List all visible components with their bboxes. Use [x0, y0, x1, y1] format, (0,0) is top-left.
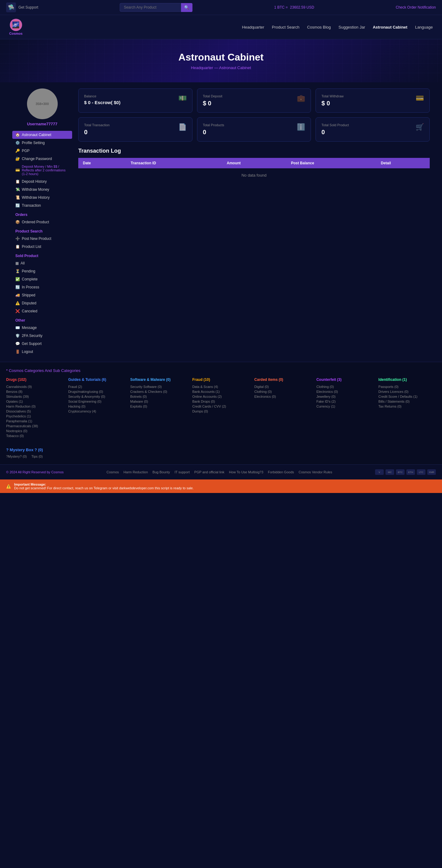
sidebar-item-in-process[interactable]: 🔄 In Process	[12, 283, 72, 291]
list-item[interactable]: Crackers & Checkers (0)	[130, 389, 188, 394]
list-item[interactable]: Hacking (0)	[68, 404, 126, 409]
list-item[interactable]: Nootropics (0)	[6, 429, 64, 433]
list-item[interactable]: Dissociatives (5)	[6, 409, 64, 414]
list-item[interactable]: Fraud (2)	[68, 384, 126, 389]
sidebar-item-message[interactable]: ✉️ Message	[12, 324, 72, 332]
sidebar-item-ordered-product[interactable]: 📦 Ordered Product	[12, 218, 72, 226]
search-button[interactable]: 🔍	[181, 3, 193, 12]
message-icon: ✉️	[15, 326, 20, 330]
banner-label: Important Message:	[14, 483, 194, 486]
nav-suggestion-jar[interactable]: Suggestion Jar	[339, 25, 365, 30]
list-item[interactable]: Malware (0)	[130, 399, 188, 404]
sidebar-item-pending[interactable]: ⏳ Pending	[12, 267, 72, 275]
mystery-item-1[interactable]: Tips (0)	[31, 455, 43, 458]
sidebar-label-get-support: Get Support	[22, 342, 42, 346]
sidebar-item-disputed[interactable]: ⚠️ Disputed	[12, 299, 72, 307]
list-item[interactable]: Passports (0)	[378, 384, 436, 389]
sidebar-item-2fa-security[interactable]: 🛡️ 2FA Security	[12, 332, 72, 340]
list-item[interactable]: Digital (0)	[254, 384, 312, 389]
list-item[interactable]: Bills / Statements (0)	[378, 399, 436, 404]
list-item[interactable]: Pharmaceuticals (38)	[6, 424, 64, 429]
list-item[interactable]: Psychedelics (1)	[6, 414, 64, 418]
footer-link-1[interactable]: Harm Reduction	[124, 470, 148, 474]
list-item[interactable]: Opiates (1)	[6, 399, 64, 404]
list-item[interactable]: Dumps (0)	[192, 409, 249, 414]
search-bar: 🔍	[120, 3, 193, 12]
nav-astronaut-cabinet[interactable]: Astronaut Cabinet	[373, 25, 407, 30]
footer-link-6[interactable]: Forbidden Goods	[268, 470, 294, 474]
list-item[interactable]: Cryptocurrency (4)	[68, 409, 126, 414]
sidebar-item-change-password[interactable]: 🔐 Change Password	[12, 155, 72, 163]
nav-cosmos-blog[interactable]: Cosmos Blog	[307, 25, 331, 30]
sidebar-item-profile-setting[interactable]: ⚙️ Profile Setting	[12, 139, 72, 147]
footer-link-4[interactable]: PGP and official link	[194, 470, 225, 474]
notification-link[interactable]: Check Order Notification	[396, 5, 436, 9]
list-item[interactable]: Jewellery (0)	[316, 394, 374, 399]
list-item[interactable]: Security Software (0)	[130, 384, 188, 389]
list-item[interactable]: Drivers Licences (0)	[378, 389, 436, 394]
sidebar-item-astronaut-cabinet[interactable]: 🏠 Astronaut Cabinet	[12, 131, 72, 139]
footer-link-2[interactable]: Bug Bounty	[152, 470, 170, 474]
search-input[interactable]	[120, 3, 181, 12]
footer-link-5[interactable]: How To Use Multisig?3	[229, 470, 263, 474]
list-item[interactable]: Tax Returns (0)	[378, 404, 436, 409]
categories-grid: Drugs (102) Cannabinoids (9) Benzos (8) …	[6, 377, 436, 438]
sidebar-item-withdraw-money[interactable]: 💸 Withdraw Money	[12, 186, 72, 193]
sidebar-item-post-new-product[interactable]: ➕ Post New Product	[12, 235, 72, 243]
footer-link-7[interactable]: Cosmos Vendor Rules	[299, 470, 332, 474]
stat-total-withdraw: Total Withdraw $ 0 💳	[315, 89, 430, 113]
list-item[interactable]: Stimulants (39)	[6, 394, 64, 399]
list-item[interactable]: Electronics (0)	[254, 394, 312, 399]
list-item[interactable]: Bank Drops (0)	[192, 399, 249, 404]
list-item[interactable]: Exploits (0)	[130, 404, 188, 409]
list-item[interactable]: Data & Scans (4)	[192, 384, 249, 389]
sidebar-item-withdraw-history[interactable]: 📜 Withdraw History	[12, 193, 72, 202]
list-item[interactable]: Clothing (0)	[254, 389, 312, 394]
list-item[interactable]: Harm Reduction (0)	[6, 404, 64, 409]
sidebar-item-canceled[interactable]: ❌ Canceled	[12, 307, 72, 315]
list-item[interactable]: Credit Cards / CVV (2)	[192, 404, 249, 409]
list-item[interactable]: Social Engineering (0)	[68, 399, 126, 404]
table-empty-row: No data found	[78, 168, 430, 182]
sidebar-item-deposit-history[interactable]: 📋 Deposit History	[12, 178, 72, 186]
sidebar-item-shipped[interactable]: 🚚 Shipped	[12, 291, 72, 299]
list-item[interactable]: Bank Accounts (1)	[192, 389, 249, 394]
list-item[interactable]: Benzos (8)	[6, 389, 64, 394]
sidebar-item-transaction[interactable]: 🔄 Transaction	[12, 202, 72, 210]
nav-product-search[interactable]: Product Search	[272, 25, 300, 30]
list-item[interactable]: Botnets (0)	[130, 394, 188, 399]
list-item[interactable]: Credit Score / Defaults (1)	[378, 394, 436, 399]
list-item[interactable]: Online Accounts (2)	[192, 394, 249, 399]
sidebar-item-complete[interactable]: ✅ Complete	[12, 275, 72, 283]
sidebar-item-pgp[interactable]: 🔑 PGP	[12, 147, 72, 155]
support-label[interactable]: Get Support	[19, 5, 38, 9]
list-item[interactable]: Tobacco (0)	[6, 433, 64, 438]
sidebar-item-deposit[interactable]: 💳 Deposit Money / Min $$ / Reflects afte…	[12, 163, 72, 178]
sidebar-item-get-support[interactable]: 💬 Get Support	[12, 340, 72, 348]
list-item[interactable]: Drugs/making/using (0)	[68, 389, 126, 394]
sidebar-label-product-list: Product List	[22, 245, 41, 249]
list-item[interactable]: Currency (1)	[316, 404, 374, 409]
list-item[interactable]: Cannabinoids (9)	[6, 384, 64, 389]
sidebar-item-all[interactable]: ▦ All	[12, 259, 72, 267]
sidebar-label-2fa-security: 2FA Security	[22, 334, 42, 338]
dashboard: Balance $ 0 - Escrow( $0) 💵 Total Deposi…	[78, 89, 430, 356]
nav-language[interactable]: Language	[415, 25, 433, 30]
list-item[interactable]: Fake ID's (2)	[316, 399, 374, 404]
list-item[interactable]: Electronics (0)	[316, 389, 374, 394]
sidebar-label-complete: Complete	[22, 277, 37, 281]
footer-link-3[interactable]: IT support	[175, 470, 190, 474]
cat-guides-title: Guides & Tutorials (6)	[68, 377, 126, 382]
nav-headquarter[interactable]: Headquarter	[242, 25, 264, 30]
transaction-icon: 🔄	[15, 203, 20, 208]
list-item[interactable]: Security & Anonymity (0)	[68, 394, 126, 399]
payment-logo-5: XMR	[427, 469, 436, 475]
main-nav: 🌌 Cosmos Headquarter Product Search Cosm…	[0, 15, 442, 39]
mystery-item-0[interactable]: ?Mystery? (0)	[6, 455, 27, 458]
sidebar-item-logout[interactable]: 🚪 Logout	[12, 348, 72, 356]
list-item[interactable]: Paraphernalia (1)	[6, 418, 64, 424]
breadcrumb-current: Astronaut Cabinet	[219, 65, 251, 70]
footer-link-0[interactable]: Cosmos	[106, 470, 119, 474]
list-item[interactable]: Clothing (0)	[316, 384, 374, 389]
sidebar-item-product-list[interactable]: 📋 Product List	[12, 243, 72, 251]
